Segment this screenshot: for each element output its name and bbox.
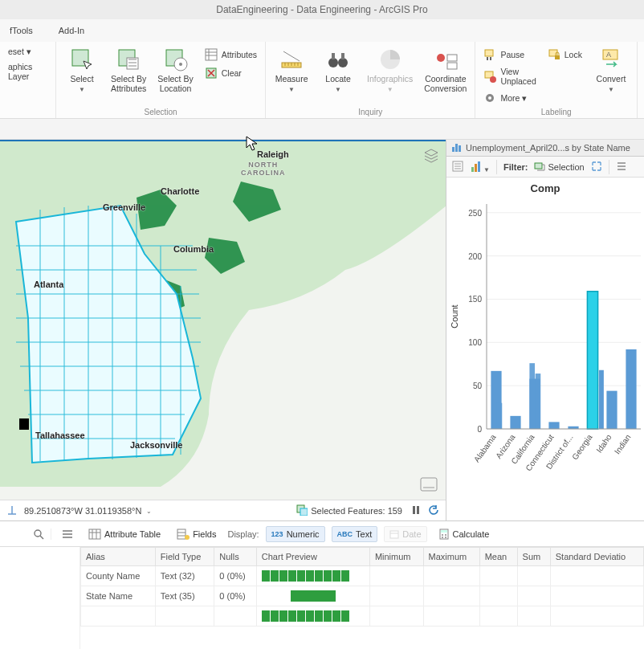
table-icon (205, 48, 218, 61)
infographics-button: Infographics ▼ (365, 45, 414, 95)
svg-point-5 (179, 63, 182, 66)
props-icon[interactable] (451, 160, 464, 174)
select-location-icon (163, 47, 189, 72)
svg-rect-66 (548, 422, 559, 429)
table-row[interactable]: State NameText (35)0 (0%) (81, 586, 644, 606)
calculate-button[interactable]: Calculate (434, 526, 495, 542)
field-grid[interactable]: AliasField TypeNullsChart PreviewMinimum… (80, 547, 644, 649)
chart-toolbar: ▼ Filter: Selection (446, 157, 644, 178)
measure-button[interactable]: Measure ▼ (272, 45, 311, 95)
pause-icon (483, 48, 496, 61)
text-toggle[interactable]: ABC Text (332, 526, 378, 542)
bottom-toolbar: Attribute Table Fields Display: 123 Nume… (0, 521, 644, 547)
svg-rect-12 (341, 53, 344, 59)
coordinate-conversion-button[interactable]: Coordinate Conversion (422, 45, 468, 95)
svg-rect-34 (413, 506, 415, 514)
clear-selection-button[interactable]: Clear (203, 65, 259, 81)
coord-dropdown-icon[interactable]: ⌄ (146, 508, 152, 515)
col-header[interactable]: Mean (479, 548, 517, 566)
col-header[interactable]: Standard Deviatio (550, 548, 643, 566)
pause-labeling-button[interactable]: Pause (482, 47, 537, 63)
layers-stack-icon[interactable] (423, 148, 439, 165)
col-header[interactable]: Minimum (369, 548, 423, 566)
svg-point-14 (437, 54, 445, 62)
dropdown-icon: ▼ (79, 86, 85, 93)
attribute-table-button[interactable]: Attribute Table (84, 526, 165, 542)
svg-text:Alabama: Alabama (472, 432, 498, 463)
map-view[interactable]: Raleigh NORTH CAROLINA Charlotte Greenvi… (0, 141, 446, 520)
dropdown-icon: ▼ (387, 86, 393, 93)
selected-features-icon (296, 504, 308, 517)
chart-type-icon[interactable]: ▼ (471, 161, 490, 173)
pause-draw-icon[interactable] (410, 504, 422, 517)
display-label: Display: (227, 529, 259, 539)
attributes-button[interactable]: Attributes (203, 47, 259, 63)
content-area: Raleigh NORTH CAROLINA Charlotte Greenvi… (0, 140, 644, 520)
map-widget-icon[interactable] (420, 477, 438, 493)
svg-rect-19 (490, 57, 491, 60)
menu-addin[interactable]: Add-In (54, 22, 89, 39)
svg-rect-60 (510, 416, 520, 429)
svg-rect-70 (587, 292, 597, 429)
svg-rect-17 (485, 50, 493, 56)
dropdown-icon: ▼ (288, 86, 295, 93)
col-header[interactable]: Sum (517, 548, 550, 566)
search-icon[interactable] (3, 529, 51, 540)
svg-rect-15 (447, 55, 457, 61)
col-header[interactable]: Alias (81, 548, 156, 566)
hamburger-icon[interactable] (58, 529, 77, 539)
svg-text:100: 100 (468, 338, 482, 347)
locate-button[interactable]: Locate ▼ (319, 45, 357, 95)
col-header[interactable]: Maximum (423, 548, 479, 566)
svg-text:Indian: Indian (613, 433, 633, 456)
binoculars-icon (325, 47, 351, 72)
map-statusbar: 89.2510873°W 31.0119358°N ⌄ Selected Fea… (0, 500, 446, 520)
svg-rect-33 (300, 508, 308, 516)
fields-button[interactable]: Fields (172, 526, 221, 542)
select-button[interactable]: Select ▼ (63, 45, 101, 95)
svg-rect-85 (441, 530, 447, 533)
svg-text:Idaho: Idaho (594, 432, 613, 454)
map-panel[interactable]: Raleigh NORTH CAROLINA Charlotte Greenvi… (0, 140, 446, 520)
city-jacksonville: Jacksonville (130, 440, 182, 450)
svg-rect-76 (599, 370, 604, 429)
svg-rect-36 (452, 147, 454, 152)
svg-point-87 (445, 534, 446, 536)
refresh-icon[interactable] (428, 504, 439, 517)
unplaced-icon (483, 70, 496, 83)
select-by-location-button[interactable]: Select By Location (156, 45, 194, 95)
city-tallahassee: Tallahassee (35, 431, 85, 440)
view-unplaced-button[interactable]: View Unplaced (482, 65, 537, 88)
convert-labels-button[interactable]: A Convert ▼ (592, 45, 630, 95)
svg-rect-43 (535, 163, 542, 169)
chart-canvas[interactable]: 050100150200250CountAlabamaArizonaCalifo… (446, 196, 644, 520)
city-atlanta: Atlanta (34, 280, 63, 289)
svg-point-86 (442, 534, 443, 536)
table-row[interactable] (81, 606, 644, 627)
more-labeling-button[interactable]: More ▾ (482, 90, 537, 106)
ribbon: eset ▾ aphics Layer Select ▼ (0, 42, 644, 119)
col-header[interactable]: Chart Preview (256, 548, 369, 566)
date-toggle[interactable]: Date (384, 526, 426, 542)
select-by-attributes-button[interactable]: Select By Attributes (109, 45, 148, 95)
numeric-toggle[interactable]: 123 Numeric (266, 526, 325, 542)
svg-rect-81 (177, 529, 185, 539)
reset-button[interactable]: eset ▾ (6, 45, 49, 58)
chart-tab[interactable]: Unemployment_April20...s by State Name (446, 140, 644, 157)
filter-extent-icon[interactable] (591, 161, 602, 173)
filter-selection-button[interactable]: Selection (534, 162, 584, 172)
pie-icon (377, 47, 403, 72)
svg-rect-41 (475, 164, 477, 172)
chart-menu-icon[interactable] (616, 161, 627, 173)
menu-ftools[interactable]: fTools (5, 22, 38, 39)
table-row[interactable]: County NameText (32)0 (0%) (81, 566, 644, 586)
lock-icon (548, 48, 560, 61)
svg-point-88 (442, 537, 443, 538)
col-header[interactable]: Nulls (214, 548, 257, 566)
lock-labeling-button[interactable]: Lock (546, 47, 584, 63)
edit-bar (0, 119, 644, 140)
graphics-layer-button[interactable]: aphics Layer (6, 60, 49, 83)
svg-point-21 (490, 76, 496, 83)
constraint-icon[interactable] (6, 504, 18, 517)
col-header[interactable]: Field Type (155, 548, 214, 566)
